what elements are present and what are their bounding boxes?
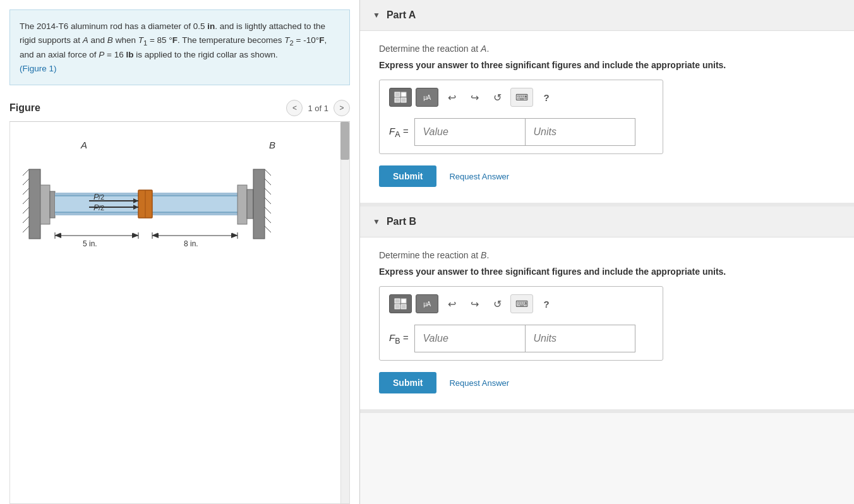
svg-line-8 (23, 217, 29, 223)
svg-rect-10 (40, 185, 50, 224)
part-a-grid-button[interactable] (389, 88, 412, 107)
right-panel: ▼ Part A Determine the reaction at A. Ex… (360, 0, 854, 504)
svg-rect-27 (238, 185, 247, 224)
svg-rect-60 (401, 304, 406, 309)
part-b-submit-button[interactable]: Submit (379, 372, 436, 393)
part-a-instruction: Determine the reaction at A. (379, 44, 835, 54)
part-a-mu-button[interactable]: μΑ (416, 88, 438, 107)
svg-rect-11 (50, 191, 55, 218)
part-b-mu-button[interactable]: μΑ (416, 294, 438, 313)
part-b-redo-button[interactable]: ↪ (465, 294, 484, 313)
part-a-toolbar: μΑ ↩ ↪ ↺ ⌨ ? (389, 88, 653, 112)
part-a-reset-button[interactable]: ↺ (488, 88, 507, 107)
part-a-action-row: Submit Request Answer (379, 165, 835, 187)
grid-icon-b (394, 298, 407, 309)
part-a-collapse-icon: ▼ (373, 11, 380, 20)
svg-text:8 in.: 8 in. (184, 239, 198, 248)
part-a-header[interactable]: ▼ Part A (360, 0, 854, 31)
figure-nav: < 1 of 1 > (286, 100, 350, 116)
svg-line-3 (23, 169, 29, 176)
part-b-grid-button[interactable] (389, 294, 412, 313)
part-b-value-input[interactable] (414, 325, 525, 352)
svg-rect-2 (29, 169, 40, 239)
mu-label: μΑ (423, 94, 430, 101)
problem-description: The 2014-T6 aluminum rod has a diameter … (9, 9, 350, 85)
svg-text:A: A (80, 140, 87, 150)
scrollbar-track[interactable] (340, 122, 349, 503)
svg-line-5 (23, 188, 29, 195)
svg-line-7 (23, 207, 29, 213)
svg-rect-57 (395, 299, 400, 303)
svg-rect-59 (395, 304, 400, 309)
part-a-content: Determine the reaction at A. Express you… (360, 31, 854, 203)
scrollbar-thumb (340, 122, 349, 160)
svg-text:/2: /2 (99, 193, 104, 201)
svg-line-6 (23, 198, 29, 204)
part-b-collapse-icon: ▼ (373, 217, 380, 226)
figure-section: Figure < 1 of 1 > A B (0, 95, 359, 504)
part-a-units-input[interactable] (525, 118, 635, 146)
svg-marker-52 (231, 233, 238, 238)
part-a-submit-button[interactable]: Submit (379, 165, 436, 187)
part-a-keyboard-button[interactable]: ⌨ (510, 88, 533, 107)
svg-rect-29 (253, 169, 265, 239)
svg-rect-53 (395, 92, 400, 97)
part-a-bold-instruction: Express your answer to three significant… (379, 60, 835, 70)
part-b-answer-box: μΑ ↩ ↪ ↺ ⌨ ? FB = (379, 286, 663, 361)
part-b-keyboard-button[interactable]: ⌨ (510, 294, 533, 313)
part-b-section: ▼ Part B Determine the reaction at B. Ex… (360, 207, 854, 413)
part-b-toolbar: μΑ ↩ ↪ ↺ ⌨ ? (389, 294, 653, 318)
part-b-request-answer-link[interactable]: Request Answer (449, 378, 509, 388)
part-a-undo-button[interactable]: ↩ (442, 88, 461, 107)
figure-svg: A B (23, 135, 294, 273)
part-b-undo-button[interactable]: ↩ (442, 294, 461, 313)
part-b-input-row: FB = (389, 325, 653, 352)
svg-line-35 (265, 217, 271, 223)
part-b-content: Determine the reaction at B. Express you… (360, 237, 854, 409)
svg-rect-56 (401, 98, 406, 102)
part-b-reset-button[interactable]: ↺ (488, 294, 507, 313)
problem-text: The 2014-T6 aluminum rod has a diameter … (20, 21, 327, 59)
svg-rect-54 (401, 92, 406, 97)
svg-rect-55 (395, 98, 400, 102)
svg-marker-50 (132, 233, 138, 238)
svg-text:B: B (269, 140, 275, 150)
part-b-title: Part B (387, 216, 416, 227)
figure-title: Figure (9, 102, 40, 114)
grid-icon (394, 92, 407, 103)
figure-prev-button[interactable]: < (286, 100, 303, 116)
svg-text:/2: /2 (99, 204, 104, 212)
part-b-units-input[interactable] (525, 325, 635, 352)
part-a-request-answer-link[interactable]: Request Answer (449, 172, 509, 181)
part-a-value-input[interactable] (414, 118, 525, 146)
svg-line-31 (265, 179, 271, 185)
part-b-action-row: Submit Request Answer (379, 372, 835, 393)
svg-marker-51 (152, 233, 159, 238)
part-a-input-row: FA = (389, 118, 653, 146)
svg-line-32 (265, 188, 271, 195)
part-a-help-button[interactable]: ? (537, 88, 556, 107)
part-a-section: ▼ Part A Determine the reaction at A. Ex… (360, 0, 854, 207)
figure-diagram: A B (10, 122, 307, 288)
part-b-input-label: FB = (389, 332, 408, 345)
figure-header: Figure < 1 of 1 > (9, 95, 350, 122)
svg-line-33 (265, 198, 271, 204)
svg-text:5 in.: 5 in. (83, 239, 97, 248)
part-b-help-button[interactable]: ? (537, 294, 556, 313)
part-b-bold-instruction: Express your answer to three significant… (379, 267, 835, 277)
part-a-title: Part A (387, 9, 416, 21)
svg-line-4 (23, 179, 29, 185)
part-a-redo-button[interactable]: ↪ (465, 88, 484, 107)
figure-next-button[interactable]: > (334, 100, 350, 116)
svg-rect-58 (401, 299, 406, 303)
part-b-instruction: Determine the reaction at B. (379, 250, 835, 260)
part-b-header[interactable]: ▼ Part B (360, 207, 854, 237)
left-panel: The 2014-T6 aluminum rod has a diameter … (0, 0, 360, 504)
figure-link[interactable]: (Figure 1) (20, 64, 57, 73)
svg-line-30 (265, 169, 271, 176)
part-a-input-label: FA = (389, 126, 408, 139)
svg-rect-28 (247, 189, 253, 219)
mu-label-b: μΑ (423, 301, 430, 308)
part-a-answer-box: μΑ ↩ ↪ ↺ ⌨ ? FA = (379, 80, 663, 154)
svg-line-9 (23, 226, 29, 232)
